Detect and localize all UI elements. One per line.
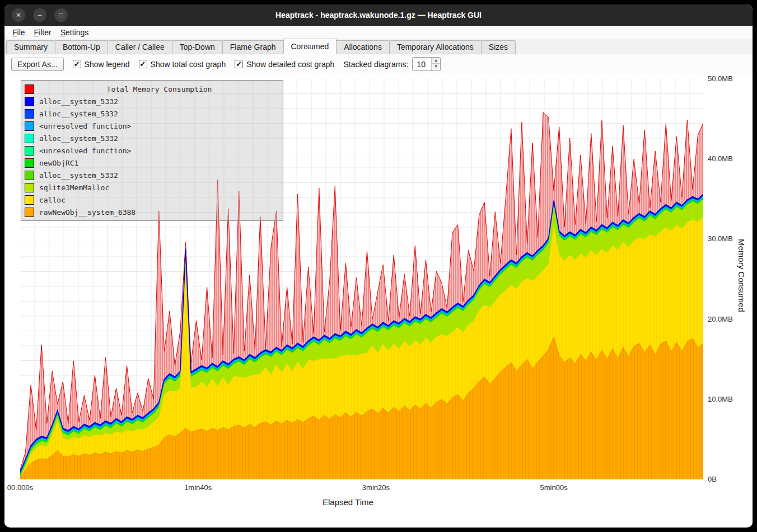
legend-label: <unresolved function>: [39, 122, 131, 130]
legend-swatch: [25, 121, 34, 131]
x-tick-label: 1min40s: [184, 483, 212, 492]
checkbox-box-icon[interactable]: ✓: [73, 60, 81, 68]
legend-item: <unresolved function>: [25, 120, 279, 132]
stacked-diagrams-label: Stacked diagrams:: [343, 60, 408, 69]
consumed-chart-area: Total Memory Consumptionalloc__system_53…: [4, 74, 753, 527]
window-title: Heaptrack - heaptrack.wakunode.1.gz — He…: [4, 11, 753, 20]
spinbox-arrows: ▲▼: [431, 58, 440, 70]
menu-settings[interactable]: Settings: [56, 27, 94, 38]
legend-item: rawNewObj__system_6388: [25, 206, 279, 218]
legend-swatch: [25, 208, 34, 217]
legend-swatch: [25, 134, 34, 143]
chart-legend: Total Memory Consumptionalloc__system_53…: [21, 80, 283, 221]
legend-label: alloc__system_5332: [39, 171, 118, 180]
heaptrack-window: ✕–□ Heaptrack - heaptrack.wakunode.1.gz …: [4, 4, 753, 528]
y-tick-label: 40,0MB: [708, 154, 733, 163]
checkbox-label: Show total cost graph: [151, 60, 226, 69]
toolbar: Export As... ✓Show legend✓Show total cos…: [4, 54, 753, 74]
checkbox-box-icon[interactable]: ✓: [235, 60, 243, 68]
legend-title: Total Memory Consumption: [39, 85, 279, 93]
x-tick-label: 5min00s: [540, 483, 568, 492]
x-axis-title: Elapsed Time: [323, 497, 373, 507]
maximize-button[interactable]: □: [54, 8, 68, 22]
menu-filter[interactable]: Filter: [30, 27, 56, 38]
tab-summary[interactable]: Summary: [6, 40, 55, 54]
y-axis-title: Memory Consumed: [737, 239, 746, 312]
legend-item: calloc: [25, 194, 279, 206]
tab-bottom-up[interactable]: Bottom-Up: [55, 40, 108, 54]
spin-up-icon[interactable]: ▲: [432, 58, 440, 64]
spin-down-icon[interactable]: ▼: [432, 64, 440, 69]
y-tick-label: 0B: [708, 475, 717, 483]
checkbox-label: Show detailed cost graph: [246, 60, 334, 69]
checkbox-show-legend[interactable]: ✓Show legend: [73, 60, 130, 69]
legend-item: alloc__system_5332: [25, 169, 279, 181]
stacked-diagrams-group: Stacked diagrams: 10 ▲▼: [343, 57, 441, 71]
checkbox-label: Show legend: [85, 60, 130, 69]
legend-item: alloc__system_5332: [25, 132, 279, 144]
stacked-diagrams-spinbox[interactable]: 10 ▲▼: [412, 57, 441, 71]
legend-label: <unresolved function>: [39, 147, 131, 155]
tab-top-down[interactable]: Top-Down: [172, 40, 223, 54]
y-tick-label: 20,0MB: [708, 315, 733, 323]
title-bar: ✕–□ Heaptrack - heaptrack.wakunode.1.gz …: [4, 4, 753, 26]
legend-swatch: [25, 158, 34, 168]
checkbox-show-total-cost-graph[interactable]: ✓Show total cost graph: [139, 60, 226, 69]
tab-sizes[interactable]: Sizes: [481, 40, 516, 54]
tab-consumed[interactable]: Consumed: [283, 39, 337, 54]
x-tick-label: 3min20s: [362, 483, 390, 492]
menu-bar: FileFilterSettings: [4, 26, 753, 39]
legend-item: sqlite3MemMalloc: [25, 181, 279, 194]
legend-label: alloc__system_5332: [39, 134, 118, 143]
tab-temporary-allocations[interactable]: Temporary Allocations: [389, 40, 482, 54]
legend-swatch: [25, 195, 34, 205]
legend-title-row: Total Memory Consumption: [25, 83, 279, 95]
legend-swatch: [25, 109, 34, 119]
legend-swatch: [25, 146, 34, 156]
legend-item: <unresolved function>: [25, 144, 279, 157]
toolbar-checkboxes: ✓Show legend✓Show total cost graph✓Show …: [73, 60, 335, 69]
legend-swatch: [25, 183, 34, 192]
legend-label: sqlite3MemMalloc: [39, 183, 109, 192]
stacked-diagrams-value[interactable]: 10: [413, 58, 431, 70]
checkbox-show-detailed-cost-graph[interactable]: ✓Show detailed cost graph: [235, 60, 334, 69]
close-button[interactable]: ✕: [12, 8, 25, 22]
legend-label: newObjRC1: [39, 159, 78, 167]
legend-label: calloc: [39, 196, 66, 204]
legend-item: alloc__system_5332: [25, 95, 279, 107]
checkbox-box-icon[interactable]: ✓: [139, 60, 147, 68]
y-tick-label: 30,0MB: [708, 234, 733, 243]
legend-label: alloc__system_5332: [39, 110, 118, 118]
legend-label: alloc__system_5332: [39, 97, 118, 106]
legend-label: rawNewObj__system_6388: [39, 208, 135, 216]
tab-caller-callee[interactable]: Caller / Callee: [108, 40, 172, 54]
chart-plot[interactable]: Total Memory Consumptionalloc__system_53…: [20, 79, 703, 479]
export-as-button[interactable]: Export As...: [11, 58, 64, 71]
legend-swatch: [25, 171, 34, 180]
window-controls: ✕–□: [12, 8, 68, 22]
tab-bar: SummaryBottom-UpCaller / CalleeTop-DownF…: [4, 39, 753, 54]
legend-swatch: [25, 97, 34, 106]
tab-flame-graph[interactable]: Flame Graph: [222, 40, 284, 54]
menu-file[interactable]: File: [8, 27, 30, 38]
legend-item: newObjRC1: [25, 157, 279, 169]
tab-allocations[interactable]: Allocations: [336, 40, 390, 54]
y-tick-label: 10,0MB: [708, 395, 733, 403]
x-tick-label: 00.000s: [7, 483, 33, 492]
legend-item: alloc__system_5332: [25, 107, 279, 120]
y-tick-label: 50,0MB: [708, 74, 733, 83]
minimize-button[interactable]: –: [33, 8, 46, 22]
legend-swatch-total: [25, 84, 34, 94]
